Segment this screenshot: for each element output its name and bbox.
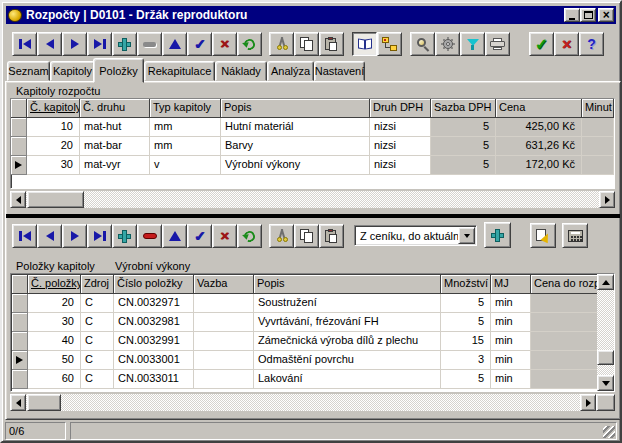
cell[interactable]: C bbox=[81, 332, 114, 351]
cell[interactable]: 10 bbox=[27, 118, 80, 137]
cell[interactable]: min bbox=[491, 351, 531, 370]
column-header[interactable]: Typ kapitoly bbox=[150, 99, 221, 118]
table-row[interactable]: 20 mat-bar mm Barvy nizsi 5 631,26 Kč bbox=[11, 137, 614, 156]
cell[interactable] bbox=[531, 294, 598, 313]
post-edit-button[interactable]: ✓ bbox=[187, 32, 212, 56]
cell[interactable]: Zámečnická výroba dílů z plechu bbox=[254, 332, 441, 351]
cell[interactable]: min bbox=[491, 332, 531, 351]
cell[interactable]: min bbox=[491, 313, 531, 332]
filter-button[interactable] bbox=[460, 32, 485, 56]
cell[interactable]: Lakování bbox=[254, 370, 441, 389]
column-header[interactable]: Minut bbox=[582, 99, 614, 118]
scroll-thumb[interactable] bbox=[597, 350, 614, 365]
search-button[interactable] bbox=[410, 32, 435, 56]
cell[interactable]: min bbox=[491, 294, 531, 313]
cell[interactable]: Vyvrtávání, frézování FH bbox=[254, 313, 441, 332]
print-button[interactable] bbox=[485, 32, 510, 56]
cell[interactable]: 5 bbox=[431, 137, 496, 156]
cell[interactable]: mm bbox=[150, 118, 221, 137]
cell[interactable]: CN.0032971 bbox=[114, 294, 194, 313]
tab-seznam[interactable]: Seznam bbox=[7, 61, 50, 81]
cancel-edit-button[interactable]: × bbox=[212, 32, 237, 56]
scroll-right-button[interactable] bbox=[599, 191, 615, 208]
cell[interactable] bbox=[194, 332, 254, 351]
tab-nastaveni[interactable]: Nastavení bbox=[314, 61, 365, 81]
cell[interactable] bbox=[582, 118, 614, 137]
tab-rekapitulace[interactable]: Rekapitulace bbox=[144, 61, 215, 81]
cell[interactable]: Odmaštění povrchu bbox=[254, 351, 441, 370]
cell[interactable]: C bbox=[81, 294, 114, 313]
cell[interactable] bbox=[194, 294, 254, 313]
table-row-selected[interactable]: 50 C CN.0033001 Odmaštění povrchu 3 min bbox=[12, 351, 598, 370]
table-row[interactable]: 60 C CN.0033011 Lakování 5 min bbox=[12, 370, 598, 389]
last-record-button[interactable] bbox=[87, 32, 112, 56]
column-header[interactable]: Druh DPH bbox=[370, 99, 431, 118]
cell[interactable]: 5 bbox=[441, 294, 491, 313]
column-header[interactable]: Množství bbox=[441, 275, 491, 294]
cell[interactable]: Výrobní výkony bbox=[221, 156, 370, 175]
table-row[interactable]: 10 mat-hut mm Hutní materiál nizsi 5 425… bbox=[11, 118, 614, 137]
cell[interactable]: v bbox=[150, 156, 221, 175]
cell[interactable]: nizsi bbox=[370, 156, 431, 175]
resize-grip[interactable] bbox=[603, 426, 615, 438]
cell[interactable]: CN.0032991 bbox=[114, 332, 194, 351]
dropdown-arrow-button[interactable] bbox=[458, 227, 475, 244]
cell[interactable] bbox=[194, 351, 254, 370]
column-header[interactable]: Popis bbox=[221, 99, 370, 118]
scroll-track[interactable] bbox=[10, 191, 615, 208]
cell[interactable] bbox=[531, 313, 598, 332]
scroll-right-button[interactable] bbox=[580, 394, 596, 411]
cell[interactable]: 5 bbox=[431, 118, 496, 137]
insert-record-button[interactable] bbox=[112, 32, 137, 56]
cell[interactable]: 50 bbox=[28, 351, 81, 370]
cell[interactable] bbox=[194, 313, 254, 332]
cell[interactable]: 425,00 Kč bbox=[496, 118, 582, 137]
cell[interactable]: mat-hut bbox=[80, 118, 150, 137]
tab-naklady[interactable]: Náklady bbox=[215, 61, 267, 81]
cell[interactable]: mm bbox=[150, 137, 221, 156]
cut-button[interactable] bbox=[269, 32, 294, 56]
cell[interactable]: 60 bbox=[28, 370, 81, 389]
close-button[interactable]: × bbox=[598, 8, 614, 22]
scroll-left-button[interactable] bbox=[10, 394, 26, 411]
next-record-button[interactable] bbox=[62, 32, 87, 56]
column-header[interactable]: Sazba DPH bbox=[431, 99, 496, 118]
cell[interactable]: 5 bbox=[431, 156, 496, 175]
cell[interactable]: mat-bar bbox=[80, 137, 150, 156]
tab-analyza[interactable]: Analýza bbox=[267, 61, 314, 81]
copy-button[interactable] bbox=[294, 32, 319, 56]
cell[interactable] bbox=[582, 156, 614, 175]
scroll-down-button[interactable] bbox=[597, 375, 614, 391]
cell[interactable] bbox=[582, 137, 614, 156]
table-row[interactable]: 20 C CN.0032971 Soustružení 5 min bbox=[12, 294, 598, 313]
cell[interactable]: CN.0032981 bbox=[114, 313, 194, 332]
cell[interactable]: C bbox=[81, 313, 114, 332]
cell[interactable]: 5 bbox=[441, 370, 491, 389]
cell[interactable]: 30 bbox=[27, 156, 80, 175]
table-row[interactable]: 40 C CN.0032991 Zámečnická výroba dílů z… bbox=[12, 332, 598, 351]
cell[interactable]: Hutní materiál bbox=[221, 118, 370, 137]
cell[interactable]: 631,26 Kč bbox=[496, 137, 582, 156]
discard-button[interactable]: × bbox=[554, 32, 579, 56]
tab-kapitoly[interactable]: Kapitoly bbox=[50, 61, 95, 81]
cell[interactable] bbox=[531, 370, 598, 389]
paste-button[interactable] bbox=[319, 32, 344, 56]
table-row-selected[interactable]: 30 mat-vyr v Výrobní výkony nizsi 5 172,… bbox=[11, 156, 614, 175]
scroll-thumb[interactable] bbox=[27, 394, 61, 411]
polozky-vscrollbar[interactable] bbox=[597, 274, 614, 391]
help-button[interactable]: ? bbox=[579, 32, 604, 56]
cell[interactable]: 20 bbox=[28, 294, 81, 313]
column-header[interactable]: Číslo položky bbox=[114, 275, 194, 294]
book-view-button[interactable] bbox=[352, 32, 377, 56]
cell[interactable]: nizsi bbox=[370, 118, 431, 137]
column-header[interactable]: Cena bbox=[496, 99, 582, 118]
scroll-up-button[interactable] bbox=[597, 274, 614, 290]
table-row[interactable]: 30 C CN.0032981 Vyvrtávání, frézování FH… bbox=[12, 313, 598, 332]
cell[interactable]: Barvy bbox=[221, 137, 370, 156]
cell[interactable]: min bbox=[491, 370, 531, 389]
cell[interactable]: 172,00 Kč bbox=[496, 156, 582, 175]
column-header[interactable]: Cena do rozp bbox=[531, 275, 598, 294]
linked-view-button[interactable] bbox=[377, 32, 402, 56]
cell[interactable]: 30 bbox=[28, 313, 81, 332]
cell[interactable]: 20 bbox=[27, 137, 80, 156]
